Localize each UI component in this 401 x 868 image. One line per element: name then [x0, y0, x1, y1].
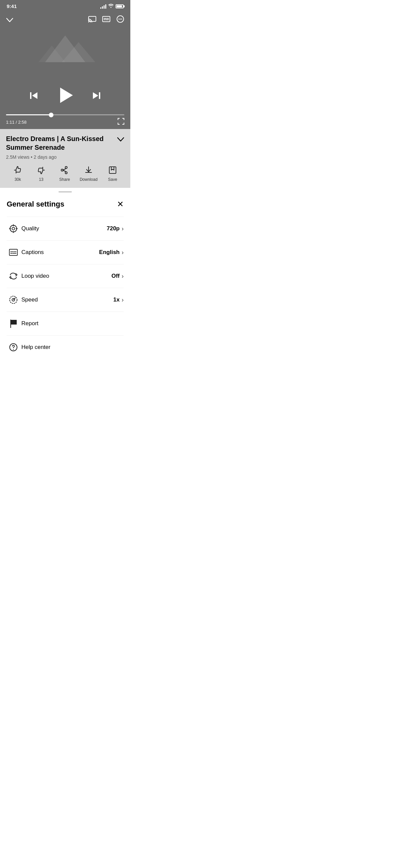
video-info: Electro Dreams | A Sun-Kissed Summer Ser… [0, 129, 130, 188]
svg-marker-14 [32, 92, 37, 99]
save-icon [108, 166, 117, 176]
quality-setting[interactable]: Quality 720p › [7, 217, 124, 240]
video-top-bar [0, 11, 130, 29]
video-title: Electro Dreams | A Sun-Kissed Summer Ser… [6, 134, 113, 152]
dislike-count: 13 [39, 177, 43, 182]
previous-button[interactable] [29, 91, 39, 103]
report-setting[interactable]: Report [7, 311, 124, 335]
svg-point-21 [65, 172, 67, 174]
expand-description-button[interactable] [117, 136, 124, 144]
svg-rect-15 [30, 92, 31, 99]
video-meta: 2.5M views • 2 days ago [6, 154, 124, 160]
dislike-icon [37, 166, 45, 176]
loop-chevron: › [122, 273, 124, 280]
collapse-video-button[interactable] [6, 16, 13, 24]
signal-icon [100, 4, 106, 9]
settings-header: General settings ✕ [7, 194, 124, 217]
download-icon [84, 166, 93, 176]
battery-icon [116, 4, 124, 8]
help-label: Help center [21, 344, 124, 351]
separator: • [31, 154, 34, 160]
speed-value: 1x [113, 297, 120, 303]
more-options-icon[interactable] [116, 15, 124, 25]
svg-point-40 [13, 349, 14, 350]
speed-label: Speed [21, 297, 113, 303]
cast-icon[interactable] [88, 16, 96, 24]
next-button[interactable] [92, 91, 101, 103]
like-icon [13, 166, 22, 176]
video-top-actions [88, 15, 124, 25]
playback-controls [0, 82, 130, 114]
svg-marker-16 [60, 88, 73, 103]
captions-setting[interactable]: Captions English › [7, 240, 124, 264]
captions-chevron: › [122, 249, 124, 256]
quality-label: Quality [21, 225, 106, 232]
speed-setting[interactable]: Speed 1x › [7, 288, 124, 311]
current-time: 1:11 / 2:58 [6, 120, 26, 125]
progress-area[interactable]: 1:11 / 2:58 [0, 114, 130, 129]
time-ago: 2 days ago [34, 154, 57, 160]
svg-marker-17 [93, 92, 98, 99]
sheet-handle-area [0, 188, 130, 194]
quality-value: 720p [106, 225, 120, 232]
wifi-icon [108, 3, 114, 9]
svg-rect-2 [102, 17, 110, 22]
sheet-handle [59, 191, 72, 192]
save-label: Save [108, 177, 117, 182]
video-title-row: Electro Dreams | A Sun-Kissed Summer Ser… [6, 134, 124, 152]
close-settings-button[interactable]: ✕ [117, 200, 124, 208]
captions-icon [7, 248, 20, 257]
svg-point-24 [12, 227, 15, 230]
loop-setting[interactable]: Loop video Off › [7, 264, 124, 288]
settings-sheet: General settings ✕ Quality 720p › [0, 194, 130, 366]
svg-point-10 [121, 19, 122, 20]
svg-rect-29 [9, 249, 18, 256]
svg-point-1 [88, 22, 89, 22]
help-icon [7, 343, 20, 351]
speed-icon [7, 296, 20, 304]
speed-chevron: › [122, 297, 124, 304]
progress-fill [6, 114, 51, 115]
fullscreen-button[interactable] [118, 118, 124, 126]
video-thumbnail [0, 29, 130, 82]
status-bar: 9:41 [0, 0, 130, 11]
share-button[interactable]: Share [56, 166, 73, 182]
help-setting[interactable]: Help center [7, 335, 124, 359]
loop-value: Off [111, 273, 120, 279]
like-button[interactable]: 30k [9, 166, 26, 182]
share-label: Share [59, 177, 70, 182]
quality-icon [7, 224, 20, 233]
video-player: 1:11 / 2:58 [0, 11, 130, 129]
svg-marker-38 [11, 320, 17, 324]
status-time: 9:41 [7, 3, 17, 9]
svg-rect-22 [109, 167, 116, 174]
svg-point-8 [119, 19, 120, 20]
captions-label: Captions [21, 249, 99, 256]
view-count: 2.5M views [6, 154, 29, 160]
save-button[interactable]: Save [104, 166, 121, 182]
download-label: Download [80, 177, 97, 182]
svg-rect-18 [99, 92, 100, 99]
subtitles-icon[interactable] [102, 16, 110, 24]
dislike-button[interactable]: 13 [33, 166, 50, 182]
quality-chevron: › [122, 225, 124, 232]
download-button[interactable]: Download [80, 166, 97, 182]
captions-value: English [99, 249, 120, 256]
share-icon [60, 166, 69, 176]
play-button[interactable] [56, 86, 75, 107]
svg-point-20 [61, 169, 63, 171]
report-label: Report [21, 320, 124, 327]
progress-track[interactable] [6, 114, 124, 115]
progress-times: 1:11 / 2:58 [6, 118, 124, 126]
like-count: 30k [14, 177, 21, 182]
report-icon [7, 319, 20, 328]
loop-icon [7, 272, 20, 280]
thumbnail-art [32, 29, 99, 69]
loop-label: Loop video [21, 273, 111, 279]
settings-title: General settings [7, 200, 64, 209]
status-icons [100, 3, 124, 9]
svg-point-19 [65, 166, 67, 168]
action-buttons: 30k 13 Share [6, 166, 124, 182]
svg-point-9 [120, 19, 121, 20]
